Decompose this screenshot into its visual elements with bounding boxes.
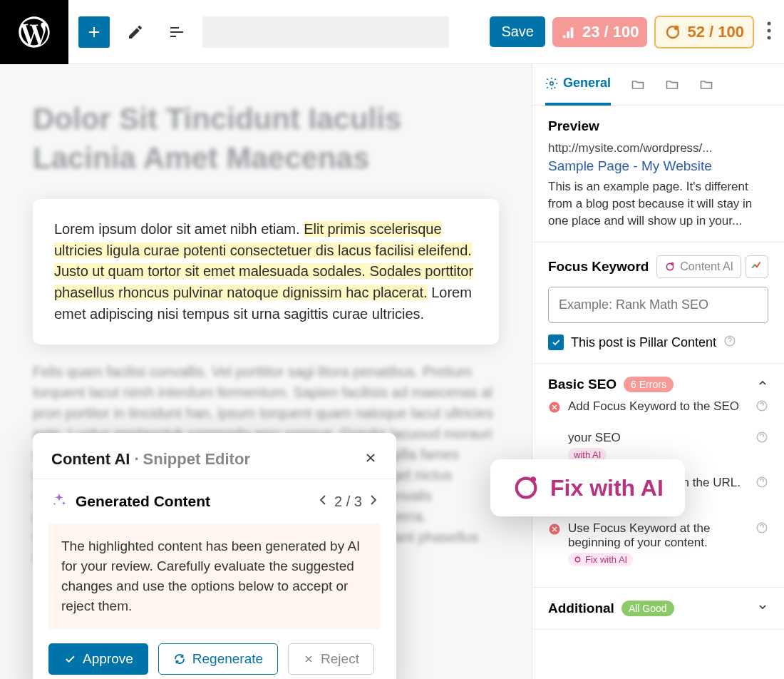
all-good-badge: All Good <box>621 601 674 616</box>
tab-folder-3[interactable] <box>699 64 713 106</box>
seo-item: Use Focus Keyword at the beginning of yo… <box>548 514 768 574</box>
error-icon <box>548 401 561 417</box>
help-icon[interactable] <box>755 399 768 415</box>
ai-popup-subtitle: · Snippet Editor <box>134 450 250 469</box>
pillar-checkbox[interactable] <box>548 335 564 350</box>
svg-point-4 <box>768 36 771 39</box>
search-input[interactable] <box>202 16 449 48</box>
seo-score-value: 23 / 100 <box>582 23 639 41</box>
seo-score-badge[interactable]: 23 / 100 <box>552 17 648 47</box>
wordpress-logo[interactable] <box>0 0 68 64</box>
error-icon <box>548 523 561 538</box>
help-icon[interactable] <box>755 476 768 491</box>
preview-title[interactable]: Sample Page - My Website <box>548 158 768 174</box>
page-indicator: 2 / 3 <box>334 494 362 510</box>
prev-icon[interactable] <box>319 494 327 510</box>
more-menu-icon[interactable] <box>767 21 771 43</box>
svg-point-16 <box>575 558 579 562</box>
focus-keyword-label: Focus Keyword <box>548 259 649 275</box>
tab-general[interactable]: General <box>545 64 611 106</box>
content-ai-button[interactable]: Content AI <box>656 255 741 278</box>
reject-button[interactable]: Reject <box>288 643 374 675</box>
content-ai-popup: Content AI · Snippet Editor Generated Co… <box>33 433 396 679</box>
help-icon[interactable] <box>723 335 736 350</box>
tab-folder-1[interactable] <box>631 64 645 106</box>
preview-desc: This is an example page. It's different … <box>548 178 768 229</box>
help-icon[interactable] <box>755 521 768 537</box>
editor-area: Dolor Sit Tincidunt Iaculis Lacinia Amet… <box>0 64 532 679</box>
pillar-label: This post is Pillar Content <box>571 335 716 350</box>
ai-description: The highlighted content has been generat… <box>48 524 381 629</box>
generated-content-label: Generated Content <box>76 493 210 510</box>
chevron-down-icon <box>757 601 768 616</box>
regenerate-button[interactable]: Regenerate <box>158 643 278 675</box>
errors-badge: 6 Errors <box>624 377 674 392</box>
content-text: Lorem ipsum dolor sit amet nibh etiam. E… <box>54 219 478 325</box>
add-block-button[interactable] <box>78 16 110 48</box>
sparkle-icon <box>51 492 67 511</box>
svg-point-19 <box>530 476 536 482</box>
close-icon[interactable] <box>363 451 378 469</box>
preview-url: http://mysite.com/wordpress/... <box>548 141 768 155</box>
sidebar: General Preview http://mysite.com/wordpr… <box>532 64 784 679</box>
outline-icon[interactable] <box>161 16 192 48</box>
focus-keyword-panel: Focus Keyword Content AI This post is Pi… <box>532 242 784 364</box>
edit-icon[interactable] <box>120 16 151 48</box>
additional-panel: Additional All Good <box>532 588 784 630</box>
sidebar-tabs: General <box>532 64 784 106</box>
basic-seo-header[interactable]: Basic SEO 6 Errors <box>548 377 768 392</box>
svg-point-5 <box>550 81 554 85</box>
focus-keyword-input[interactable] <box>548 287 768 323</box>
tab-folder-2[interactable] <box>665 64 679 106</box>
svg-point-2 <box>768 21 771 25</box>
approve-button[interactable]: Approve <box>48 643 148 675</box>
svg-point-3 <box>768 29 771 32</box>
chevron-up-icon <box>757 377 768 392</box>
save-button[interactable]: Save <box>490 16 545 47</box>
additional-header[interactable]: Additional All Good <box>548 601 768 616</box>
ai-score-badge[interactable]: 52 / 100 <box>654 16 754 48</box>
svg-point-1 <box>675 26 678 29</box>
fix-with-ai-badge[interactable]: Fix with AI <box>568 553 633 566</box>
svg-point-7 <box>671 263 674 265</box>
top-toolbar: Save 23 / 100 52 / 100 <box>0 0 784 64</box>
fix-with-ai-tooltip[interactable]: Fix with AI <box>490 459 685 516</box>
ai-score-value: 52 / 100 <box>687 23 744 41</box>
fix-with-ai-text: Fix with AI <box>550 475 664 501</box>
trends-button[interactable] <box>746 255 768 278</box>
content-card: Lorem ipsum dolor sit amet nibh etiam. E… <box>33 199 499 344</box>
next-icon[interactable] <box>369 494 378 510</box>
help-icon[interactable] <box>755 431 768 446</box>
seo-item: Add Focus Keyword to the SEO <box>548 392 768 424</box>
ai-popup-title: Content AI <box>51 450 130 469</box>
preview-panel: Preview http://mysite.com/wordpress/... … <box>532 106 784 242</box>
pager: 2 / 3 <box>319 494 378 510</box>
post-title: Dolor Sit Tincidunt Iaculis Lacinia Amet… <box>33 100 499 178</box>
preview-label: Preview <box>548 118 768 134</box>
